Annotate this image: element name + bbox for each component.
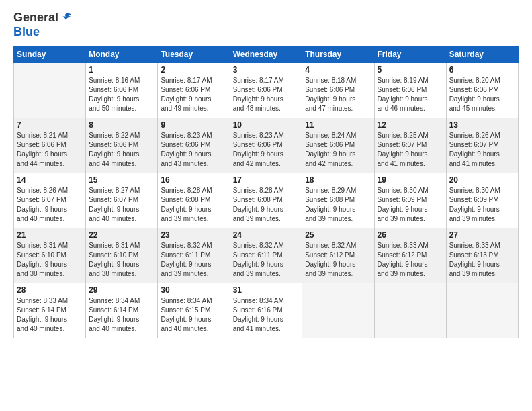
calendar-header-friday: Friday [374,46,446,63]
day-info: Sunrise: 8:17 AMSunset: 6:06 PMDaylight:… [233,76,300,113]
day-info: Sunrise: 8:23 AMSunset: 6:06 PMDaylight:… [161,131,226,169]
day-number: 22 [89,230,154,240]
day-number: 16 [161,175,226,185]
calendar-cell [374,283,446,338]
day-number: 27 [449,230,515,240]
day-number: 30 [161,285,226,295]
day-number: 26 [378,230,443,240]
calendar-week-row: 21Sunrise: 8:31 AMSunset: 6:10 PMDayligh… [14,228,519,283]
calendar-cell: 26Sunrise: 8:33 AMSunset: 6:12 PMDayligh… [374,228,446,283]
day-info: Sunrise: 8:29 AMSunset: 6:08 PMDaylight:… [305,186,371,224]
calendar-header-thursday: Thursday [302,46,374,63]
day-info: Sunrise: 8:33 AMSunset: 6:14 PMDaylight:… [17,296,83,334]
day-info: Sunrise: 8:26 AMSunset: 6:07 PMDaylight:… [17,186,83,224]
day-number: 6 [449,65,515,75]
day-number: 1 [89,65,154,75]
day-number: 13 [449,120,515,130]
day-info: Sunrise: 8:20 AMSunset: 6:06 PMDaylight:… [449,76,515,113]
calendar-header-monday: Monday [86,46,158,63]
calendar-cell: 25Sunrise: 8:32 AMSunset: 6:12 PMDayligh… [302,228,374,283]
calendar-header-sunday: Sunday [14,46,86,63]
calendar-cell: 10Sunrise: 8:23 AMSunset: 6:06 PMDayligh… [230,118,302,173]
day-number: 28 [17,285,83,295]
day-info: Sunrise: 8:23 AMSunset: 6:06 PMDaylight:… [233,131,300,169]
day-info: Sunrise: 8:28 AMSunset: 6:08 PMDaylight:… [233,186,300,224]
calendar-cell: 22Sunrise: 8:31 AMSunset: 6:10 PMDayligh… [86,228,158,283]
day-number: 9 [161,120,226,130]
day-number: 18 [305,175,371,185]
day-info: Sunrise: 8:22 AMSunset: 6:06 PMDaylight:… [89,131,154,169]
calendar-cell: 12Sunrise: 8:25 AMSunset: 6:07 PMDayligh… [374,118,446,173]
day-info: Sunrise: 8:32 AMSunset: 6:11 PMDaylight:… [233,241,300,279]
day-number: 12 [378,120,443,130]
day-number: 4 [305,65,371,75]
calendar-cell: 13Sunrise: 8:26 AMSunset: 6:07 PMDayligh… [446,118,518,173]
day-number: 21 [17,230,83,240]
calendar-cell: 8Sunrise: 8:22 AMSunset: 6:06 PMDaylight… [86,118,158,173]
calendar-table: SundayMondayTuesdayWednesdayThursdayFrid… [13,46,519,338]
day-info: Sunrise: 8:25 AMSunset: 6:07 PMDaylight:… [378,131,443,169]
day-info: Sunrise: 8:19 AMSunset: 6:06 PMDaylight:… [378,76,443,113]
calendar-header-tuesday: Tuesday [158,46,230,63]
day-number: 29 [89,285,154,295]
calendar-cell: 24Sunrise: 8:32 AMSunset: 6:11 PMDayligh… [230,228,302,283]
calendar-cell: 2Sunrise: 8:17 AMSunset: 6:06 PMDaylight… [158,63,230,118]
day-info: Sunrise: 8:33 AMSunset: 6:13 PMDaylight:… [449,241,515,279]
header: General Blue [13,11,519,39]
logo-blue-text: Blue [13,25,40,39]
calendar-cell: 16Sunrise: 8:28 AMSunset: 6:08 PMDayligh… [158,173,230,228]
day-info: Sunrise: 8:17 AMSunset: 6:06 PMDaylight:… [161,76,226,113]
day-info: Sunrise: 8:31 AMSunset: 6:10 PMDaylight:… [17,241,83,279]
day-info: Sunrise: 8:34 AMSunset: 6:15 PMDaylight:… [161,296,226,334]
day-info: Sunrise: 8:30 AMSunset: 6:09 PMDaylight:… [378,186,443,224]
day-number: 11 [305,120,371,130]
day-info: Sunrise: 8:34 AMSunset: 6:14 PMDaylight:… [89,296,154,334]
day-number: 19 [378,175,443,185]
day-info: Sunrise: 8:18 AMSunset: 6:06 PMDaylight:… [305,76,371,113]
calendar-cell: 21Sunrise: 8:31 AMSunset: 6:10 PMDayligh… [14,228,86,283]
day-number: 23 [161,230,226,240]
day-number: 10 [233,120,300,130]
calendar-cell: 18Sunrise: 8:29 AMSunset: 6:08 PMDayligh… [302,173,374,228]
calendar-header-saturday: Saturday [446,46,518,63]
day-info: Sunrise: 8:33 AMSunset: 6:12 PMDaylight:… [378,241,443,279]
day-info: Sunrise: 8:27 AMSunset: 6:07 PMDaylight:… [89,186,154,224]
calendar-cell: 6Sunrise: 8:20 AMSunset: 6:06 PMDaylight… [446,63,518,118]
calendar-cell: 27Sunrise: 8:33 AMSunset: 6:13 PMDayligh… [446,228,518,283]
day-info: Sunrise: 8:30 AMSunset: 6:09 PMDaylight:… [449,186,515,224]
calendar-cell: 23Sunrise: 8:32 AMSunset: 6:11 PMDayligh… [158,228,230,283]
logo-bird-icon [60,12,72,24]
day-info: Sunrise: 8:32 AMSunset: 6:12 PMDaylight:… [305,241,371,279]
calendar-header-wednesday: Wednesday [230,46,302,63]
day-info: Sunrise: 8:31 AMSunset: 6:10 PMDaylight:… [89,241,154,279]
calendar-cell: 14Sunrise: 8:26 AMSunset: 6:07 PMDayligh… [14,173,86,228]
day-number: 15 [89,175,154,185]
logo: General Blue [13,11,72,39]
calendar-cell: 15Sunrise: 8:27 AMSunset: 6:07 PMDayligh… [86,173,158,228]
calendar-week-row: 1Sunrise: 8:16 AMSunset: 6:06 PMDaylight… [14,63,519,118]
calendar-cell [14,63,86,118]
day-number: 20 [449,175,515,185]
calendar-cell: 30Sunrise: 8:34 AMSunset: 6:15 PMDayligh… [158,283,230,338]
calendar-cell: 19Sunrise: 8:30 AMSunset: 6:09 PMDayligh… [374,173,446,228]
day-number: 3 [233,65,300,75]
day-number: 25 [305,230,371,240]
calendar-week-row: 7Sunrise: 8:21 AMSunset: 6:06 PMDaylight… [14,118,519,173]
calendar-cell: 1Sunrise: 8:16 AMSunset: 6:06 PMDaylight… [86,63,158,118]
day-number: 17 [233,175,300,185]
day-info: Sunrise: 8:32 AMSunset: 6:11 PMDaylight:… [161,241,226,279]
calendar-cell: 3Sunrise: 8:17 AMSunset: 6:06 PMDaylight… [230,63,302,118]
calendar-week-row: 28Sunrise: 8:33 AMSunset: 6:14 PMDayligh… [14,283,519,338]
day-info: Sunrise: 8:16 AMSunset: 6:06 PMDaylight:… [89,76,154,113]
calendar-header-row: SundayMondayTuesdayWednesdayThursdayFrid… [14,46,519,63]
day-info: Sunrise: 8:26 AMSunset: 6:07 PMDaylight:… [449,131,515,169]
calendar-cell: 29Sunrise: 8:34 AMSunset: 6:14 PMDayligh… [86,283,158,338]
calendar-cell: 5Sunrise: 8:19 AMSunset: 6:06 PMDaylight… [374,63,446,118]
day-number: 7 [17,120,83,130]
calendar-cell: 20Sunrise: 8:30 AMSunset: 6:09 PMDayligh… [446,173,518,228]
logo-general-text: General [13,11,58,25]
day-info: Sunrise: 8:24 AMSunset: 6:06 PMDaylight:… [305,131,371,169]
day-number: 8 [89,120,154,130]
calendar-week-row: 14Sunrise: 8:26 AMSunset: 6:07 PMDayligh… [14,173,519,228]
day-info: Sunrise: 8:28 AMSunset: 6:08 PMDaylight:… [161,186,226,224]
